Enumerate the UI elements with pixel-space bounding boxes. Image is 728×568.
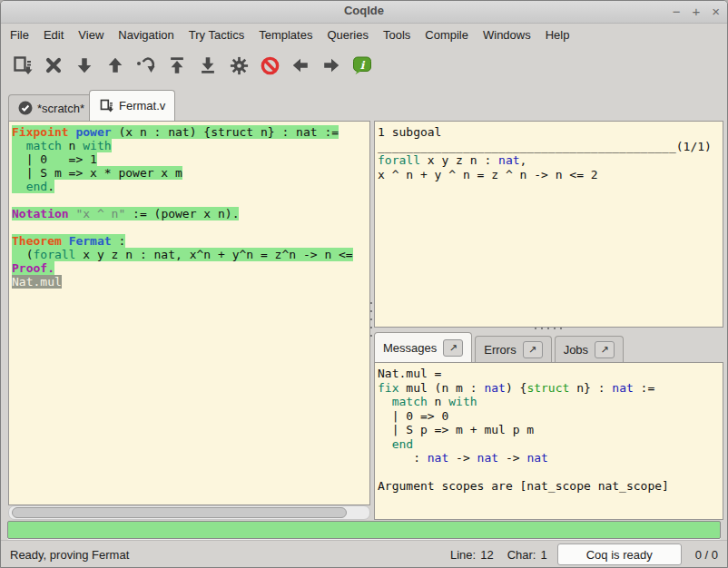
menu-item-navigation[interactable]: Navigation <box>111 24 181 45</box>
code-line <box>12 193 369 207</box>
panel-tab-bar: Messages ↗ Errors ↗ Jobs ↗ <box>374 333 624 362</box>
save-icon <box>99 98 114 113</box>
messages-pane[interactable]: Nat.mul =fix mul (n m : nat) {struct n} … <box>374 362 723 520</box>
code-line <box>378 465 723 480</box>
menu-item-help[interactable]: Help <box>538 24 577 45</box>
minimize-button[interactable]: − <box>673 2 681 22</box>
status-right: Line: 12 Char: 1 Coq is ready 0 / 0 <box>450 544 718 565</box>
previous-button[interactable] <box>286 51 315 80</box>
arrow-down-icon <box>74 55 94 75</box>
code-line: : nat -> nat -> nat <box>378 451 723 465</box>
info-bubble-icon: i <box>351 54 373 76</box>
code-line: Theorem Fermat : <box>12 234 369 248</box>
save-button[interactable] <box>8 51 37 80</box>
toolbar: i <box>1 46 727 84</box>
tab-jobs[interactable]: Jobs ↗ <box>555 336 624 362</box>
run-to-end-button[interactable] <box>193 51 222 80</box>
detach-arrow-icon: ↗ <box>528 344 536 356</box>
tab-fermat[interactable]: Fermat.v <box>89 90 175 121</box>
line-value: 12 <box>480 548 493 562</box>
code-line: (forall x y z n : nat, x^n + y^n = z^n -… <box>12 248 369 261</box>
goal-counter: 0 / 0 <box>695 548 718 562</box>
title-bar[interactable]: CoqIde − + × <box>1 1 727 24</box>
code-line: Proof. <box>12 261 369 275</box>
step-forward-button[interactable] <box>70 51 99 80</box>
code-line <box>12 220 369 234</box>
detach-jobs-button[interactable]: ↗ <box>595 341 615 358</box>
code-line: | 0 => 1 <box>12 152 369 166</box>
restart-button[interactable] <box>162 51 192 80</box>
main-area: Fixpoint power (x n : nat) {struct n} : … <box>1 121 727 520</box>
menu-bar: FileEditViewNavigationTry TacticsTemplat… <box>1 24 727 46</box>
code-line: ________________________________________… <box>378 140 723 154</box>
code-line: | S m => x * power x m <box>12 166 369 180</box>
detach-arrow-icon: ↗ <box>449 342 457 354</box>
goals-code: 1 subgoal_______________________________… <box>375 122 723 181</box>
horizontal-splitter[interactable] <box>374 328 722 329</box>
menu-item-file[interactable]: File <box>3 24 36 45</box>
step-backward-button[interactable] <box>101 51 130 80</box>
status-bar: Ready, proving Fermat Line: 12 Char: 1 C… <box>1 540 727 568</box>
tab-jobs-label: Jobs <box>564 343 588 357</box>
close-doc-button[interactable] <box>39 51 68 80</box>
tab-messages-label: Messages <box>383 341 437 355</box>
arrow-up-icon <box>105 55 125 75</box>
about-button[interactable]: i <box>348 51 377 80</box>
code-line: | S p => m + mul p m <box>378 423 723 437</box>
progress-bar <box>7 521 721 539</box>
menu-item-windows[interactable]: Windows <box>476 24 538 45</box>
tab-scratch[interactable]: *scratch* <box>8 94 94 121</box>
char-label: Char: <box>507 548 536 562</box>
detach-messages-button[interactable]: ↗ <box>443 339 463 357</box>
save-icon <box>12 54 34 76</box>
coq-status-indicator: Coq is ready <box>557 544 682 565</box>
document-tab-bar: *scratch* Fermat.v <box>1 84 727 121</box>
menu-item-view[interactable]: View <box>71 24 111 45</box>
tab-messages[interactable]: Messages ↗ <box>374 332 472 362</box>
code-line: Fixpoint power (x n : nat) {struct n} : … <box>12 125 369 139</box>
next-button[interactable] <box>317 51 346 80</box>
status-message: Ready, proving Fermat <box>10 548 450 562</box>
code-line: Nat.mul <box>12 275 369 289</box>
goals-pane[interactable]: 1 subgoal_______________________________… <box>374 121 723 328</box>
code-line: match n with <box>378 395 723 409</box>
detach-arrow-icon: ↗ <box>601 344 609 356</box>
coqide-window: CoqIde − + × FileEditViewNavigationTry T… <box>0 0 728 568</box>
tab-scratch-label: *scratch* <box>37 102 84 115</box>
run-to-cursor-button[interactable] <box>132 51 161 80</box>
code-line: end. <box>12 180 369 193</box>
code-line: forall x y z n : nat, <box>378 153 723 168</box>
maximize-button[interactable]: + <box>692 2 700 22</box>
tab-errors[interactable]: Errors ↗ <box>475 336 551 362</box>
line-label: Line: <box>450 548 476 562</box>
menu-item-compile[interactable]: Compile <box>418 24 476 45</box>
coq-status-text: Coq is ready <box>586 548 653 562</box>
gear-icon <box>229 55 250 76</box>
scrollbar-thumb[interactable] <box>12 507 347 518</box>
menu-item-queries[interactable]: Queries <box>320 24 376 45</box>
interrupt-button[interactable] <box>255 51 284 80</box>
arrow-right-icon <box>321 55 341 75</box>
tab-errors-label: Errors <box>484 343 516 357</box>
menu-item-tools[interactable]: Tools <box>376 24 418 45</box>
code-line: match n with <box>12 139 369 152</box>
editor-code: Fixpoint power (x n : nat) {struct n} : … <box>9 122 369 289</box>
code-line: x ^ n + y ^ n = z ^ n -> n <= 2 <box>378 168 723 182</box>
code-line: Notation "x ^ n" := (power x n). <box>12 207 369 220</box>
code-line: fix mul (n m : nat) {struct n} : nat := <box>378 381 723 396</box>
goto-end-icon <box>198 55 218 75</box>
code-line: end <box>378 437 723 452</box>
interrupt-icon <box>260 55 280 76</box>
preferences-button[interactable] <box>224 51 253 80</box>
tab-fermat-label: Fermat.v <box>119 99 165 113</box>
goto-cursor-icon <box>135 54 157 76</box>
editor-horizontal-scrollbar[interactable] <box>8 505 370 520</box>
check-circle-icon <box>18 101 33 115</box>
menu-item-edit[interactable]: Edit <box>36 24 71 45</box>
detach-errors-button[interactable]: ↗ <box>523 341 543 358</box>
char-value: 1 <box>540 548 546 562</box>
close-button[interactable]: × <box>712 2 720 22</box>
script-editor[interactable]: Fixpoint power (x n : nat) {struct n} : … <box>8 121 370 505</box>
menu-item-try-tactics[interactable]: Try Tactics <box>182 24 251 45</box>
menu-item-templates[interactable]: Templates <box>251 24 320 45</box>
